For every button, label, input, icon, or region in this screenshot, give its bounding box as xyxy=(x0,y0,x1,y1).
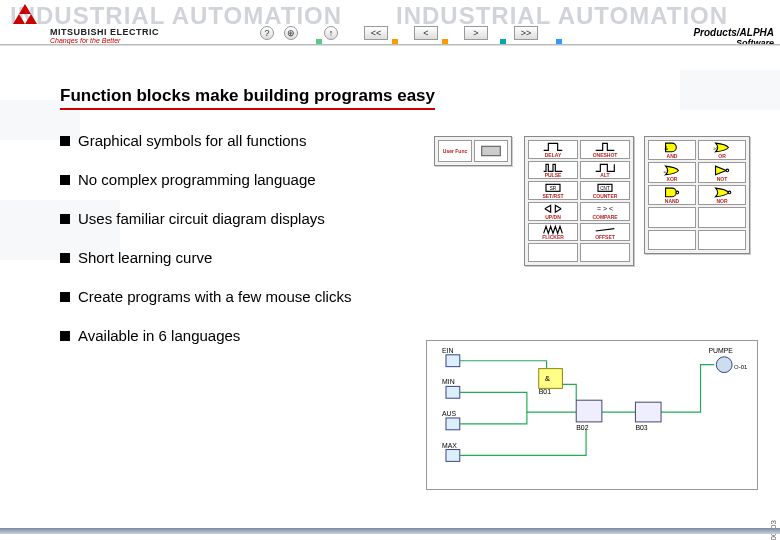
presentation-nav: ? ⊕ ↑ << < > >> xyxy=(260,26,538,40)
prev-button[interactable]: < xyxy=(414,26,438,40)
svg-rect-24 xyxy=(539,369,563,389)
cell-label: User Func xyxy=(443,149,467,154)
palette-cell[interactable]: NOT xyxy=(698,162,746,182)
bullet-list: Graphical symbols for all functions No c… xyxy=(60,132,740,344)
page-title: Function blocks make building programs e… xyxy=(60,86,435,110)
svg-marker-2 xyxy=(25,14,37,24)
palette-cell[interactable]: NOR xyxy=(698,185,746,205)
toolbar-logic: &AND ≥1OR =1XOR NOT NAND NOR xyxy=(644,136,750,254)
function-block-diagram: EIN MIN AUS MAX & B01 B02 B03 PUMPE O-01 xyxy=(426,340,758,490)
svg-text:B03: B03 xyxy=(635,424,647,431)
bullet-text: Create programs with a few mouse clicks xyxy=(78,288,351,305)
palette-cell[interactable]: DELAY xyxy=(528,140,578,159)
cell-label: UP/DN xyxy=(545,215,561,220)
cell-label: ONESHOT xyxy=(593,153,618,158)
svg-text:MAX: MAX xyxy=(442,442,457,449)
palette-cell[interactable]: &AND xyxy=(648,140,696,160)
svg-rect-3 xyxy=(482,146,501,155)
palette-cell[interactable]: ALT xyxy=(580,161,630,180)
palette-cell[interactable]: = > <COMPARE xyxy=(580,202,630,221)
palette-cell[interactable]: PULSE xyxy=(528,161,578,180)
list-item: Short learning curve xyxy=(60,249,740,266)
footer-rule xyxy=(0,528,780,534)
breadcrumb-main: Products/ALPHA xyxy=(693,27,774,38)
palette-cell[interactable]: ≥1OR xyxy=(698,140,746,160)
up-button[interactable]: ↑ xyxy=(324,26,338,40)
palette-cell[interactable] xyxy=(474,140,508,162)
svg-text:&: & xyxy=(545,374,551,383)
palette-cell[interactable]: SRSET/RST xyxy=(528,181,578,200)
bullet-text: Short learning curve xyxy=(78,249,212,266)
cell-label: FLICKER xyxy=(542,235,564,240)
svg-rect-18 xyxy=(446,386,460,398)
cell-label: SET/RST xyxy=(542,194,563,199)
cell-label: NOR xyxy=(716,199,727,204)
svg-rect-20 xyxy=(446,418,460,430)
palette-cell[interactable]: ONESHOT xyxy=(580,140,630,159)
bullet-text: Graphical symbols for all functions xyxy=(78,132,306,149)
svg-marker-1 xyxy=(13,14,25,24)
cell-label: DELAY xyxy=(545,153,562,158)
bullet-icon xyxy=(60,214,70,224)
bullet-text: No complex programming language xyxy=(78,171,316,188)
svg-rect-22 xyxy=(446,450,460,462)
cell-label: COUNTER xyxy=(593,194,618,199)
header-rule xyxy=(0,44,780,46)
palette-cell[interactable] xyxy=(698,230,746,250)
list-item: Create programs with a few mouse clicks xyxy=(60,288,740,305)
svg-point-14 xyxy=(676,191,679,194)
svg-text:= > <: = > < xyxy=(597,205,613,212)
svg-text:PUMPE: PUMPE xyxy=(708,347,733,354)
bullet-text: Available in 6 languages xyxy=(78,327,240,344)
bullet-icon xyxy=(60,253,70,263)
bullet-icon xyxy=(60,331,70,341)
svg-text:=1: =1 xyxy=(663,168,669,173)
svg-text:B02: B02 xyxy=(576,424,588,431)
palette-cell[interactable]: FLICKER xyxy=(528,223,578,242)
palette-cell[interactable] xyxy=(648,230,696,250)
svg-rect-16 xyxy=(446,355,460,367)
svg-rect-29 xyxy=(635,402,661,422)
cell-label: OFFSET xyxy=(595,235,615,240)
next-button[interactable]: > xyxy=(464,26,488,40)
last-button[interactable]: >> xyxy=(514,26,538,40)
svg-text:SR: SR xyxy=(550,186,557,191)
svg-marker-0 xyxy=(19,4,31,14)
cell-label: AND xyxy=(667,154,678,159)
target-button[interactable]: ⊕ xyxy=(284,26,298,40)
svg-marker-12 xyxy=(716,166,727,175)
cell-label: NAND xyxy=(665,199,679,204)
svg-text:AUS: AUS xyxy=(442,410,457,417)
palette-cell[interactable]: =1XOR xyxy=(648,162,696,182)
palette-cell[interactable]: CNTCOUNTER xyxy=(580,181,630,200)
svg-text:MIN: MIN xyxy=(442,378,455,385)
bullet-text: Uses familiar circuit diagram displays xyxy=(78,210,325,227)
bullet-icon xyxy=(60,292,70,302)
palette-cell[interactable]: User Func xyxy=(438,140,472,162)
first-button[interactable]: << xyxy=(364,26,388,40)
svg-text:≥1: ≥1 xyxy=(713,146,718,151)
cell-label: COMPARE xyxy=(592,215,617,220)
svg-point-13 xyxy=(726,169,729,172)
palette-cell[interactable] xyxy=(580,243,630,262)
palette-cell[interactable] xyxy=(698,207,746,227)
cell-label: XOR xyxy=(667,177,678,182)
cell-label: ALT xyxy=(600,173,609,178)
svg-point-15 xyxy=(728,191,731,194)
palette-cell[interactable]: UP/DN xyxy=(528,202,578,221)
bullet-icon xyxy=(60,175,70,185)
palette-cell[interactable]: OFFSET xyxy=(580,223,630,242)
toolbar-functions: DELAY ONESHOT PULSE ALT SRSET/RST CNTCOU… xyxy=(524,136,634,266)
mitsubishi-logo-icon xyxy=(6,4,44,36)
svg-text:&: & xyxy=(664,145,668,151)
help-button[interactable]: ? xyxy=(260,26,274,40)
palette-cell[interactable] xyxy=(528,243,578,262)
list-item: Graphical symbols for all functions xyxy=(60,132,740,149)
svg-text:B01: B01 xyxy=(539,388,551,395)
cell-label: OR xyxy=(718,154,726,159)
svg-text:EIN: EIN xyxy=(442,347,454,354)
svg-text:O-01: O-01 xyxy=(734,364,747,370)
palette-cell[interactable]: NAND xyxy=(648,185,696,205)
cell-label: PULSE xyxy=(545,173,562,178)
palette-cell[interactable] xyxy=(648,207,696,227)
